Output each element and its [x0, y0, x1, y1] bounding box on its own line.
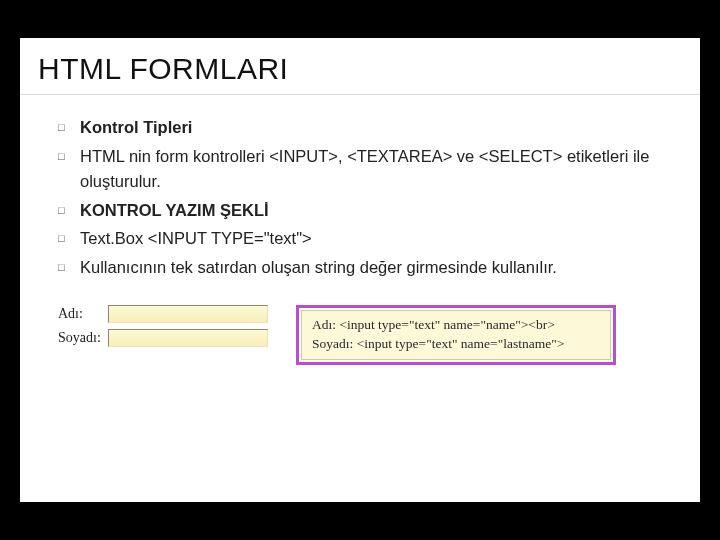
- code-box: Adı: <input type="text" name="name"><br>…: [301, 310, 611, 359]
- bullet-item: HTML nin form kontrolleri <INPUT>, <TEXT…: [80, 144, 666, 195]
- examples-row: Adı: Soyadı: Adı: <input type="text" nam…: [20, 283, 700, 364]
- bullet-item: KONTROL YAZIM ŞEKLİ: [80, 198, 666, 224]
- code-line: Adı: <input type="text" name="name"><br>: [312, 317, 555, 332]
- bullet-item: Kontrol Tipleri: [80, 115, 666, 141]
- lastname-input[interactable]: [108, 329, 268, 347]
- slide: HTML FORMLARI Kontrol Tipleri HTML nin f…: [20, 38, 700, 502]
- field-label: Soyadı:: [58, 330, 108, 346]
- slide-title: HTML FORMLARI: [20, 38, 700, 95]
- bullet-list: Kontrol Tipleri HTML nin form kontroller…: [20, 95, 700, 280]
- field-label: Adı:: [58, 306, 108, 322]
- bullet-item: Text.Box <INPUT TYPE="text">: [80, 226, 666, 252]
- form-example: Adı: Soyadı:: [58, 305, 268, 353]
- form-row: Soyadı:: [58, 329, 268, 347]
- form-row: Adı:: [58, 305, 268, 323]
- bullet-item: Kullanıcının tek satırdan oluşan string …: [80, 255, 666, 281]
- code-box-frame: Adı: <input type="text" name="name"><br>…: [296, 305, 616, 364]
- name-input[interactable]: [108, 305, 268, 323]
- code-line: Soyadı: <input type="text" name="lastnam…: [312, 336, 564, 351]
